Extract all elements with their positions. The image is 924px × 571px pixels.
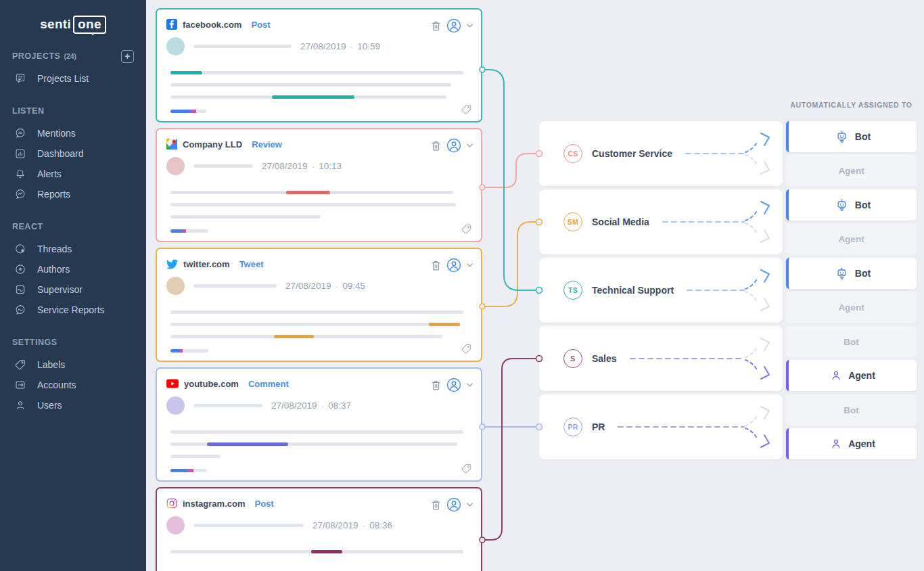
chevron-down-icon[interactable] xyxy=(467,263,473,267)
assignment-option-bot[interactable]: Bot xyxy=(786,394,917,426)
category-label: Social Media xyxy=(592,216,649,227)
text-placeholder-line xyxy=(170,95,446,99)
trash-icon[interactable] xyxy=(431,140,441,152)
mention-card-facebook-com[interactable]: facebook.com Post 27/08/2019 · 10:59 xyxy=(156,8,482,122)
category-label: Customer Service xyxy=(592,148,672,159)
sidebar-section: SETTINGS Labels Accounts Users xyxy=(12,337,134,415)
mention-card-actions xyxy=(431,497,473,512)
agent-icon xyxy=(830,369,842,382)
mention-card-header: instagram.com Post xyxy=(166,497,274,509)
date-separator: · xyxy=(312,161,315,172)
sidebar-item-service-reports[interactable]: Service Reports xyxy=(12,300,134,320)
assignment-option-bot[interactable]: Bot xyxy=(786,121,917,152)
tag-icon[interactable] xyxy=(461,343,472,355)
threads-icon xyxy=(14,243,27,255)
sidebar-item-projects-list[interactable]: Projects List xyxy=(12,68,134,89)
mention-type-link[interactable]: Post xyxy=(254,499,273,509)
sidebar-item-authors[interactable]: Authors xyxy=(12,259,134,279)
mention-date: 27/08/2019 xyxy=(313,520,359,530)
mention-type-link[interactable]: Tweet xyxy=(239,259,264,269)
mention-type-link[interactable]: Review xyxy=(252,139,282,150)
assignee-avatar-icon[interactable] xyxy=(446,258,461,273)
mention-source: instagram.com xyxy=(183,499,245,509)
assignment-option-agent[interactable]: Agent xyxy=(786,360,917,391)
sidebar-item-labels[interactable]: Labels xyxy=(12,355,134,375)
sidebar-item-supervisor[interactable]: Supervisor xyxy=(12,279,134,300)
mention-date: 27/08/2019 xyxy=(262,161,308,171)
avatar xyxy=(166,396,185,415)
dashboard-icon xyxy=(14,147,27,160)
chevron-down-icon[interactable] xyxy=(467,24,473,28)
sidebar-section: REACT Threads Authors Supervisor Service… xyxy=(12,221,134,320)
sidebar-item-threads[interactable]: Threads xyxy=(12,239,134,259)
assignment-option-bot[interactable]: Bot xyxy=(786,189,917,221)
labels-icon xyxy=(14,359,27,371)
author-name-placeholder xyxy=(193,404,262,407)
mention-date: 27/08/2019 xyxy=(300,41,346,51)
logo-text-one-bubble: one xyxy=(73,16,106,34)
sidebar-section-title: LISTEN xyxy=(12,106,44,116)
assignment-option-bot[interactable]: Bot xyxy=(786,326,917,357)
avatar xyxy=(166,157,185,175)
sentiment-bar xyxy=(170,469,207,472)
avatar xyxy=(166,277,185,295)
author-row: 27/08/2019 · 08:36 xyxy=(166,516,392,534)
logo-text-senti: senti xyxy=(40,17,71,31)
assignee-avatar-icon[interactable] xyxy=(446,18,461,33)
chevron-down-icon[interactable] xyxy=(467,143,473,147)
sidebar-item-dashboard[interactable]: Dashboard xyxy=(12,143,134,164)
facebook-icon xyxy=(166,19,177,30)
assignment-option-bot[interactable]: Bot xyxy=(786,258,917,289)
assignment-option-agent[interactable]: Agent xyxy=(786,428,917,459)
add-project-button[interactable]: + xyxy=(121,50,134,63)
sidebar-section-header: LISTEN xyxy=(12,106,134,116)
mention-card-instagram-com[interactable]: instagram.com Post 27/08/2019 · 08:36 xyxy=(156,487,482,571)
bot-icon xyxy=(835,267,849,281)
chevron-down-icon[interactable] xyxy=(467,503,473,507)
tag-icon[interactable] xyxy=(461,104,472,115)
tag-icon[interactable] xyxy=(461,463,472,474)
author-row: 27/08/2019 · 10:59 xyxy=(166,37,380,55)
author-name-placeholder xyxy=(193,284,277,288)
text-placeholder-line xyxy=(170,203,456,206)
sidebar-section-header: REACT xyxy=(12,221,134,232)
sidebar-item-alerts[interactable]: Alerts xyxy=(12,164,134,184)
assignee-avatar-icon[interactable] xyxy=(446,138,461,153)
mention-card-twitter-com[interactable]: twitter.com Tweet 27/08/2019 · 09:45 xyxy=(156,248,482,362)
mention-card-header: twitter.com Tweet xyxy=(166,258,264,270)
mention-card-youtube-com[interactable]: youtube.com Comment 27/08/2019 · 08:37 xyxy=(156,367,482,482)
assignment-option-agent[interactable]: Agent xyxy=(786,292,917,323)
mention-card-header: facebook.com Post xyxy=(166,18,271,30)
sidebar-item-mentions[interactable]: Mentions xyxy=(12,123,134,143)
trash-icon[interactable] xyxy=(431,380,441,391)
chevron-down-icon[interactable] xyxy=(467,383,473,387)
assignment-option-agent[interactable]: Agent xyxy=(786,223,917,254)
category-row-pr: PR PR xyxy=(539,394,783,459)
sidebar-section-items: Labels Accounts Users xyxy=(12,355,134,415)
sidebar-item-users[interactable]: Users xyxy=(12,395,134,415)
sentione-logo: sentione xyxy=(0,0,146,34)
app-root: sentione PROJECTS (24) + Projects List L… xyxy=(0,0,924,571)
highlighted-keyword-placeholder xyxy=(429,323,460,326)
trash-icon[interactable] xyxy=(431,260,441,271)
sidebar-item-reports[interactable]: Reports xyxy=(12,184,134,204)
assignment-option-agent[interactable]: Agent xyxy=(786,155,917,186)
mention-type-link[interactable]: Comment xyxy=(248,379,289,389)
mention-type-link[interactable]: Post xyxy=(251,20,270,30)
alerts-icon xyxy=(14,168,27,180)
author-row: 27/08/2019 · 09:45 xyxy=(166,277,365,295)
sidebar-nav: PROJECTS (24) + Projects List LISTEN Men… xyxy=(0,51,146,415)
date-separator: · xyxy=(363,520,366,531)
trash-icon[interactable] xyxy=(431,499,441,511)
sidebar-item-accounts[interactable]: Accounts xyxy=(12,375,134,395)
tag-icon[interactable] xyxy=(461,223,472,235)
mention-card-company-lld[interactable]: Company LLD Review 27/08/2019 · 10:13 xyxy=(156,128,482,242)
mention-datetime: 27/08/2019 · 10:59 xyxy=(300,41,380,52)
assignee-avatar-icon[interactable] xyxy=(446,378,461,392)
projects-list-icon xyxy=(14,72,27,85)
author-name-placeholder xyxy=(193,164,253,168)
accounts-icon xyxy=(14,379,27,391)
trash-icon[interactable] xyxy=(431,20,441,32)
assignee-avatar-icon[interactable] xyxy=(446,497,461,512)
text-placeholder-line xyxy=(170,550,463,553)
